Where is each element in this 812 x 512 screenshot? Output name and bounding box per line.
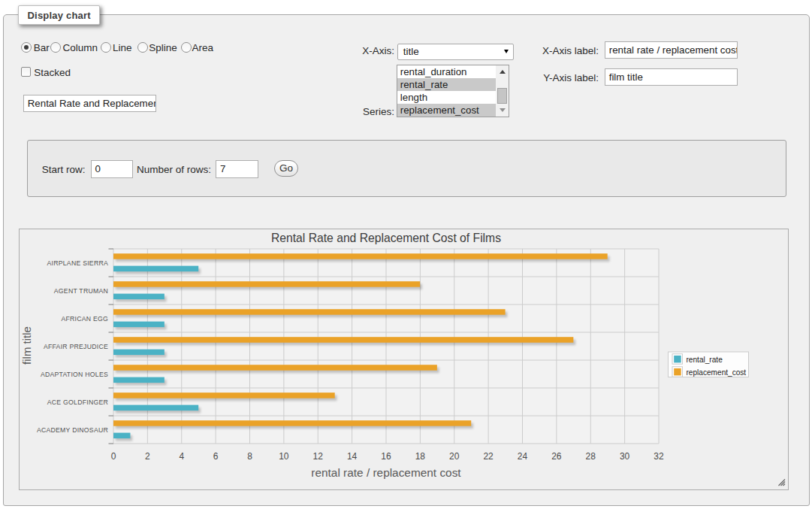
- svg-text:0: 0: [110, 451, 116, 462]
- svg-text:28: 28: [585, 451, 596, 462]
- svg-text:30: 30: [619, 451, 629, 462]
- svg-text:film title: film title: [20, 326, 33, 365]
- svg-text:12: 12: [312, 451, 323, 462]
- svg-text:2: 2: [145, 451, 150, 462]
- svg-text:8: 8: [247, 451, 252, 462]
- svg-text:AIRPLANE SIERRA: AIRPLANE SIERRA: [47, 259, 107, 267]
- svg-text:20: 20: [449, 451, 460, 462]
- svg-text:14: 14: [346, 451, 357, 462]
- svg-text:18: 18: [415, 451, 425, 462]
- svg-text:4: 4: [179, 451, 184, 462]
- svg-text:26: 26: [551, 451, 562, 462]
- svg-text:6: 6: [213, 451, 218, 462]
- svg-text:rental_rate: rental_rate: [686, 356, 723, 364]
- svg-text:16: 16: [381, 451, 391, 462]
- svg-text:10: 10: [279, 451, 289, 462]
- svg-text:22: 22: [483, 451, 494, 462]
- svg-text:24: 24: [517, 451, 527, 462]
- svg-text:ACE GOLDFINGER: ACE GOLDFINGER: [47, 398, 107, 406]
- svg-text:replacement_cost: replacement_cost: [686, 368, 746, 377]
- svg-text:AFFAIR PREJUDICE: AFFAIR PREJUDICE: [43, 343, 107, 350]
- svg-text:ACADEMY DINOSAUR: ACADEMY DINOSAUR: [36, 426, 107, 434]
- svg-text:rental rate / replacement cost: rental rate / replacement cost: [311, 466, 461, 479]
- svg-text:AGENT TRUMAN: AGENT TRUMAN: [53, 287, 107, 295]
- svg-text:Rental Rate and Replacement Co: Rental Rate and Replacement Cost of Film…: [270, 232, 500, 244]
- svg-text:AFRICAN EGG: AFRICAN EGG: [61, 315, 108, 323]
- svg-text:ADAPTATION HOLES: ADAPTATION HOLES: [40, 371, 107, 378]
- svg-text:32: 32: [654, 451, 664, 462]
